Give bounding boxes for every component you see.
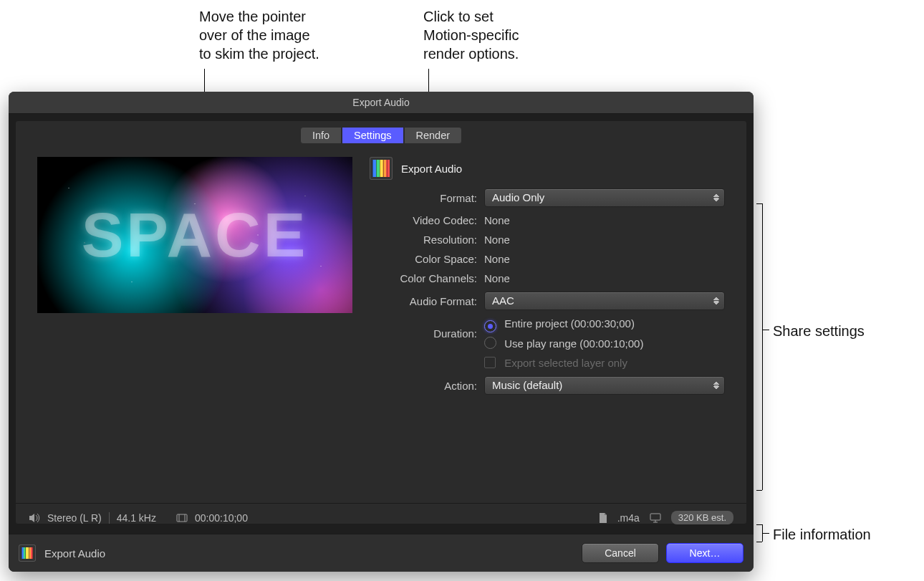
tab-render[interactable]: Render [404,127,463,144]
action-label: Action: [370,380,484,392]
dialog-body: Info Settings Render Export Audio Format… [16,121,746,524]
export-dialog: Export Audio Info Settings Render Export… [9,92,754,572]
tab-settings[interactable]: Settings [342,127,403,144]
color-space-label: Color Space: [370,253,484,265]
resolution-value: None [484,234,510,246]
annotation-render: Click to set Motion-specific render opti… [423,7,519,63]
speaker-icon [29,513,40,523]
export-selected-label: Export selected layer only [504,357,627,369]
resolution-label: Resolution: [370,234,484,246]
app-icon [370,157,393,180]
tab-bar: Info Settings Render [16,121,746,144]
duration-entire-radio[interactable] [484,320,496,332]
audio-format-label: Audio Format: [370,295,484,307]
color-channels-value: None [484,272,510,284]
callout-line [756,542,762,542]
callout-line [756,490,762,491]
status-duration: 00:00:10;00 [195,512,248,524]
format-label: Format: [370,192,484,204]
video-codec-value: None [484,214,510,226]
color-channels-label: Color Channels: [370,272,484,284]
duration-playrange-label[interactable]: Use play range (00:00:10;00) [504,337,643,350]
callout-line [762,330,769,330]
audio-format-select[interactable]: AAC [484,292,725,310]
cancel-button[interactable]: Cancel [582,543,659,563]
status-channels: Stereo (L R) [47,512,102,524]
color-space-value: None [484,253,510,265]
dialog-footer: Export Audio Cancel Next… [9,534,754,572]
callout-line [756,524,762,525]
app-icon [19,544,36,562]
svg-rect-0 [177,514,187,522]
annotation-fileinfo: File information [773,525,871,544]
duration-playrange-radio[interactable] [484,337,496,349]
next-button[interactable]: Next… [666,543,743,563]
settings-panel: Export Audio Format: Audio Only Video Co… [370,157,725,402]
preview-decor [37,157,352,313]
annotation-skim: Move the pointer over of the image to sk… [199,7,319,63]
status-bar: Stereo (L R) 44.1 kHz 00:00:10;00 .m4a 3… [16,503,746,532]
divider [109,512,110,524]
tab-info[interactable]: Info [300,127,342,144]
callout-line [762,203,763,490]
footer-title: Export Audio [44,547,105,560]
status-ext: .m4a [617,512,640,524]
status-samplerate: 44.1 kHz [117,512,156,524]
svg-rect-1 [650,514,660,520]
duration-label: Duration: [370,327,484,340]
duration-icon [176,513,188,523]
duration-entire-label[interactable]: Entire project (00:00:30;00) [504,317,635,330]
annotation-share: Share settings [773,322,865,340]
window-title: Export Audio [9,92,754,114]
video-codec-label: Video Codec: [370,214,484,226]
format-select[interactable]: Audio Only [484,188,725,207]
action-select[interactable]: Music (default) [484,376,725,395]
callout-line [756,203,762,204]
preview-thumbnail[interactable] [37,157,352,313]
file-icon [599,513,607,523]
panel-heading: Export Audio [401,163,462,175]
display-icon [650,513,661,523]
status-size: 320 KB est. [671,511,733,524]
export-selected-checkbox [484,357,496,368]
callout-line [762,533,769,534]
